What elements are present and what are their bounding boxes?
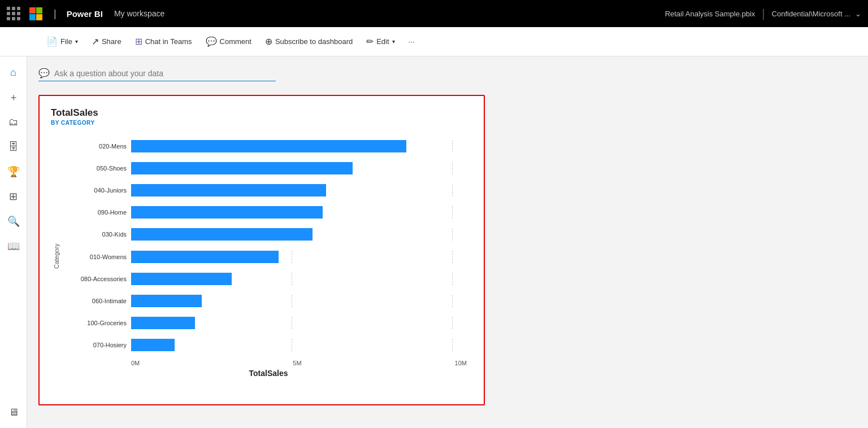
chart-container: TotalSales BY CATEGORY Category 020-Mens… xyxy=(38,95,485,405)
chat-in-teams-button[interactable]: ⊞ Chat in Teams xyxy=(129,33,198,50)
filename-separator: | xyxy=(762,7,765,20)
app-name: Power BI xyxy=(67,9,103,19)
table-row: 010-Womens xyxy=(64,251,467,263)
table-row: 070-Hosiery xyxy=(64,339,467,351)
table-row: 040-Juniors xyxy=(64,184,467,196)
table-row: 060-Intimate xyxy=(64,295,467,307)
bars-area: 020-Mens050-Shoes040-Juniors090-Home030-… xyxy=(64,135,472,356)
sidebar-item-apps[interactable]: ⊞ xyxy=(2,185,25,208)
bar-label: 020-Mens xyxy=(64,143,127,150)
qa-icon: 💬 xyxy=(38,68,50,78)
x-axis-tick: 0M xyxy=(131,360,140,366)
apps-grid-icon[interactable] xyxy=(7,7,20,20)
edit-button[interactable]: ✏ Edit ▾ xyxy=(361,33,400,50)
sidebar-item-browse[interactable]: 🗂 xyxy=(2,111,25,133)
filename: Retail Analysis Sample.pbix xyxy=(665,10,756,18)
bar-track xyxy=(131,317,467,329)
table-row: 030-Kids xyxy=(64,228,467,241)
x-axis-tick: 10M xyxy=(455,360,467,366)
table-row: 020-Mens xyxy=(64,140,467,152)
bar-label: 070-Hosiery xyxy=(64,342,127,348)
bar-track xyxy=(131,295,467,307)
sidebar-item-data[interactable]: 🗄 xyxy=(2,136,25,158)
subscribe-icon: ⊕ xyxy=(265,36,272,47)
bar-track xyxy=(131,140,467,152)
qa-input[interactable] xyxy=(54,69,258,78)
file-icon: 📄 xyxy=(46,36,58,47)
comment-icon: 💬 xyxy=(206,36,217,47)
bar-fill xyxy=(131,162,353,174)
bar-fill xyxy=(131,184,326,196)
chart-subtitle: BY CATEGORY xyxy=(51,120,472,126)
bar-label: 080-Accessories xyxy=(64,276,127,282)
confidential-label: Confidential\Microsoft ... xyxy=(772,10,850,18)
sidebar-item-workspaces[interactable]: 🖥 xyxy=(2,401,25,423)
bar-label: 010-Womens xyxy=(64,254,127,260)
chart-inner: 020-Mens050-Shoes040-Juniors090-Home030-… xyxy=(64,135,472,378)
sidebar-item-goals[interactable]: 🏆 xyxy=(2,160,25,183)
x-axis-title: TotalSales xyxy=(64,369,472,378)
microsoft-logo xyxy=(29,7,42,20)
bar-label: 100-Groceries xyxy=(64,320,127,326)
chart-title: TotalSales xyxy=(51,107,472,119)
x-axis-tick: 5M xyxy=(293,360,301,366)
bar-track xyxy=(131,206,467,219)
sidebar-item-create[interactable]: ＋ xyxy=(2,86,25,108)
top-bar: | Power BI My workspace Retail Analysis … xyxy=(0,0,868,27)
bar-track xyxy=(131,228,467,241)
bar-track xyxy=(131,184,467,196)
bar-fill xyxy=(131,339,175,351)
bar-fill xyxy=(131,228,313,241)
bar-fill xyxy=(131,140,406,152)
comment-button[interactable]: 💬 Comment xyxy=(200,33,257,50)
bar-fill xyxy=(131,273,232,285)
main-content: 💬 TotalSales BY CATEGORY Category 020-Me… xyxy=(27,56,868,428)
bar-track xyxy=(131,251,467,263)
sidebar: ⌂ ＋ 🗂 🗄 🏆 ⊞ 🔍 📖 🖥 xyxy=(0,56,27,428)
more-button[interactable]: ··· xyxy=(403,34,420,49)
table-row: 100-Groceries xyxy=(64,317,467,329)
table-row: 080-Accessories xyxy=(64,273,467,285)
bar-track xyxy=(131,273,467,285)
x-axis: 0M5M10M xyxy=(64,360,472,366)
bar-track xyxy=(131,162,467,174)
sidebar-item-metrics[interactable]: 🔍 xyxy=(2,210,25,233)
teams-icon: ⊞ xyxy=(135,36,142,47)
logo-separator: | xyxy=(54,8,57,20)
sidebar-item-learn[interactable]: 📖 xyxy=(2,235,25,257)
confidential-chevron[interactable]: ⌄ xyxy=(855,10,861,18)
top-bar-right: Retail Analysis Sample.pbix | Confidenti… xyxy=(665,7,861,20)
qa-input-wrapper[interactable]: 💬 xyxy=(38,68,276,81)
sidebar-item-home[interactable]: ⌂ xyxy=(2,61,25,84)
bar-label: 030-Kids xyxy=(64,231,127,238)
toolbar: 📄 File ▾ ↗ Share ⊞ Chat in Teams 💬 Comme… xyxy=(0,27,868,56)
bar-fill xyxy=(131,295,202,307)
workspace-name[interactable]: My workspace xyxy=(114,9,164,18)
bar-track xyxy=(131,339,467,351)
chart-area: Category 020-Mens050-Shoes040-Juniors090… xyxy=(51,135,472,378)
bar-label: 040-Juniors xyxy=(64,187,127,194)
bar-label: 090-Home xyxy=(64,209,127,216)
share-icon: ↗ xyxy=(92,36,99,47)
qa-bar: 💬 xyxy=(38,68,857,86)
bar-label: 060-Intimate xyxy=(64,298,127,304)
bar-fill xyxy=(131,317,195,329)
file-button[interactable]: 📄 File ▾ xyxy=(41,33,84,50)
table-row: 050-Shoes xyxy=(64,162,467,174)
bar-fill xyxy=(131,206,323,219)
bar-label: 050-Shoes xyxy=(64,165,127,172)
table-row: 090-Home xyxy=(64,206,467,219)
y-axis-label: Category xyxy=(51,135,62,378)
bar-fill xyxy=(131,251,279,263)
share-button[interactable]: ↗ Share xyxy=(86,33,127,50)
edit-icon: ✏ xyxy=(366,36,374,47)
subscribe-button[interactable]: ⊕ Subscribe to dashboard xyxy=(259,33,358,50)
